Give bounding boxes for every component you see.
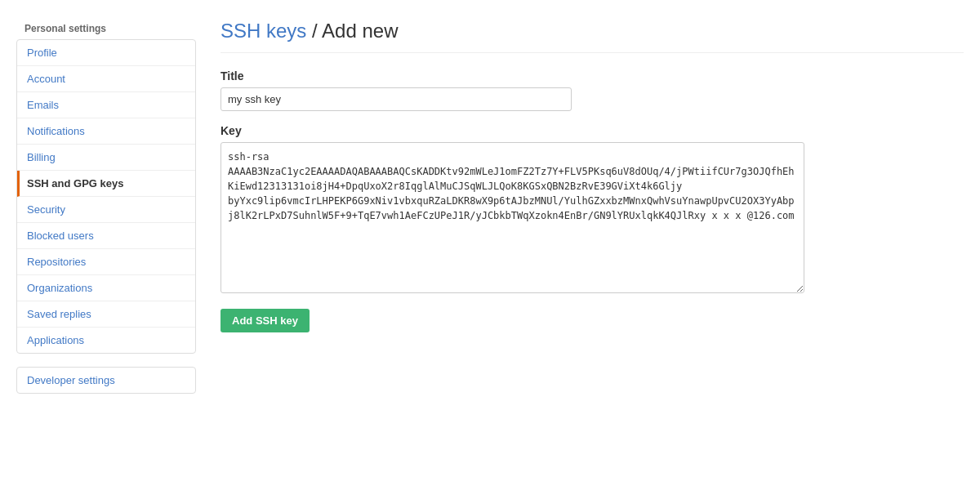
title-input[interactable] <box>220 87 572 111</box>
sidebar: Personal settings Profile Account Emails… <box>16 16 196 470</box>
key-label: Key <box>220 124 964 137</box>
sidebar-nav: Profile Account Emails Notifications Bil… <box>16 39 196 354</box>
sidebar-item-security[interactable]: Security <box>17 197 195 223</box>
title-form-group: Title <box>220 69 964 111</box>
page-title: SSH keys / Add new <box>220 20 964 42</box>
sidebar-item-ssh-gpg-keys[interactable]: SSH and GPG keys <box>17 171 195 197</box>
sidebar-item-notifications[interactable]: Notifications <box>17 118 195 145</box>
sidebar-item-developer-settings[interactable]: Developer settings <box>17 368 195 393</box>
page-header: SSH keys / Add new <box>220 20 964 53</box>
key-form-group: Key ssh-rsa AAAAB3NzaC1yc2EAAAADAQABAAAB… <box>220 124 964 296</box>
add-ssh-key-button[interactable]: Add SSH key <box>220 309 310 332</box>
sidebar-item-billing[interactable]: Billing <box>17 145 195 171</box>
sidebar-section-title: Personal settings <box>16 16 196 39</box>
title-separator: / Add new <box>312 20 398 42</box>
sidebar-item-saved-replies[interactable]: Saved replies <box>17 301 195 328</box>
sidebar-item-account[interactable]: Account <box>17 66 195 92</box>
sidebar-item-repositories[interactable]: Repositories <box>17 249 195 275</box>
sidebar-dev-section: Developer settings <box>16 367 196 394</box>
sidebar-item-emails[interactable]: Emails <box>17 92 195 118</box>
sidebar-item-profile[interactable]: Profile <box>17 40 195 66</box>
sidebar-item-blocked-users[interactable]: Blocked users <box>17 223 195 249</box>
key-textarea[interactable]: ssh-rsa AAAAB3NzaC1yc2EAAAADAQABAAABAQCs… <box>220 142 804 293</box>
sidebar-item-applications[interactable]: Applications <box>17 328 195 353</box>
main-content: SSH keys / Add new Title Key ssh-rsa AAA… <box>220 16 964 470</box>
breadcrumb-link[interactable]: SSH keys <box>220 20 306 42</box>
sidebar-item-organizations[interactable]: Organizations <box>17 275 195 301</box>
title-label: Title <box>220 69 964 82</box>
